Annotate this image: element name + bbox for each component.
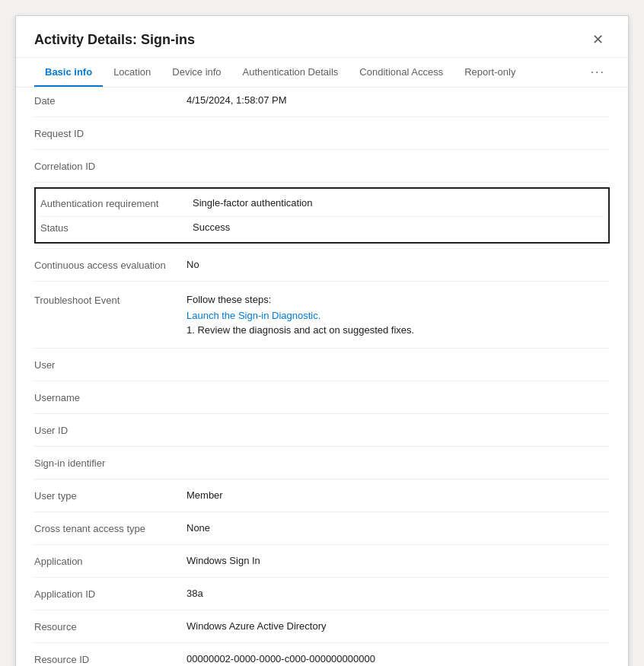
row-application: Application Windows Sign In: [34, 548, 610, 574]
label-resource-id: Resource ID: [34, 653, 187, 665]
label-cross-tenant: Cross tenant access type: [34, 522, 187, 534]
tab-basic-info[interactable]: Basic info: [34, 59, 103, 87]
row-correlation-id: Correlation ID: [34, 153, 610, 179]
tabs-bar: Basic info Location Device info Authenti…: [16, 58, 628, 88]
row-troubleshoot: Troubleshoot Event Follow these steps: L…: [34, 285, 610, 345]
value-application-id: 38a: [187, 588, 610, 599]
row-continuous-access: Continuous access evaluation No: [34, 252, 610, 278]
value-continuous-access: No: [187, 259, 610, 270]
row-request-id: Request ID: [34, 120, 610, 146]
activity-details-panel: Activity Details: Sign-ins ✕ Basic info …: [15, 15, 629, 666]
follow-steps-text: Follow these steps:: [187, 294, 610, 305]
tabs-more-button[interactable]: ···: [586, 58, 610, 87]
label-request-id: Request ID: [34, 127, 187, 139]
tab-authentication-details[interactable]: Authentication Details: [232, 59, 349, 87]
value-status: Success: [193, 221, 604, 233]
label-date: Date: [34, 94, 187, 107]
close-button[interactable]: ✕: [586, 30, 610, 49]
tab-report-only[interactable]: Report-only: [454, 59, 526, 87]
label-signin-identifier: Sign-in identifier: [34, 457, 187, 469]
row-user-id: User ID: [34, 417, 610, 443]
value-date: 4/15/2024, 1:58:07 PM: [187, 94, 610, 106]
value-resource: Windows Azure Active Directory: [187, 620, 610, 632]
row-status: Status Success: [40, 218, 604, 241]
row-resource: Resource Windows Azure Active Directory: [34, 613, 610, 639]
value-troubleshoot: Follow these steps: Launch the Sign-in D…: [187, 294, 610, 336]
value-auth-requirement: Single-factor authentication: [193, 197, 604, 209]
label-application: Application: [34, 555, 187, 567]
row-resource-id: Resource ID 00000002-0000-0000-c000-0000…: [34, 646, 610, 666]
value-cross-tenant: None: [187, 522, 610, 534]
row-username: Username: [34, 384, 610, 410]
content-area: Date 4/15/2024, 1:58:07 PM Request ID Co…: [16, 88, 628, 666]
label-resource: Resource: [34, 620, 187, 633]
label-user-type: User type: [34, 489, 187, 502]
panel-header: Activity Details: Sign-ins ✕: [16, 16, 628, 58]
highlight-box: Authentication requirement Single-factor…: [34, 187, 610, 244]
row-application-id: Application ID 38a: [34, 581, 610, 607]
label-status: Status: [40, 221, 193, 234]
launch-diagnostic-link[interactable]: Launch the Sign-in Diagnostic.: [187, 310, 610, 321]
tab-device-info[interactable]: Device info: [161, 59, 231, 87]
row-cross-tenant: Cross tenant access type None: [34, 515, 610, 541]
row-signin-identifier: Sign-in identifier: [34, 450, 610, 476]
label-user-id: User ID: [34, 424, 187, 436]
label-user: User: [34, 358, 187, 371]
row-user-type: User type Member: [34, 483, 610, 508]
label-continuous-access: Continuous access evaluation: [34, 259, 187, 271]
value-user-type: Member: [187, 489, 610, 501]
label-correlation-id: Correlation ID: [34, 160, 187, 172]
label-application-id: Application ID: [34, 588, 187, 600]
row-auth-requirement: Authentication requirement Single-factor…: [40, 190, 604, 216]
tab-location[interactable]: Location: [103, 59, 161, 87]
label-auth-requirement: Authentication requirement: [40, 197, 193, 209]
review-step-text: 1. Review the diagnosis and act on sugge…: [187, 324, 610, 336]
label-username: Username: [34, 391, 187, 403]
panel-title: Activity Details: Sign-ins: [34, 32, 195, 48]
label-troubleshoot: Troubleshoot Event: [34, 294, 187, 306]
row-user: User: [34, 352, 610, 378]
value-resource-id: 00000002-0000-0000-c000-000000000000: [187, 653, 610, 664]
row-date: Date 4/15/2024, 1:58:07 PM: [34, 88, 610, 113]
value-application: Windows Sign In: [187, 555, 610, 566]
tab-conditional-access[interactable]: Conditional Access: [349, 59, 454, 87]
